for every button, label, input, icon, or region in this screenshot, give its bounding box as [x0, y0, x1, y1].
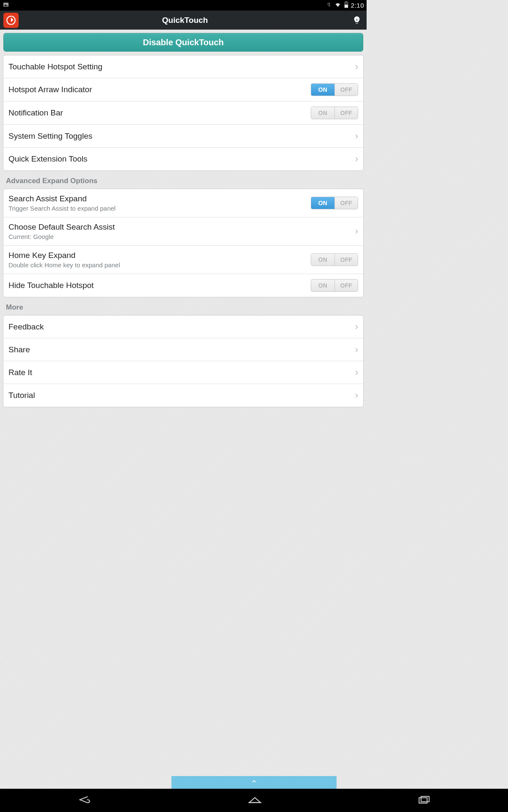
toggle-off-label: OFF [335, 254, 358, 266]
disable-quicktouch-button[interactable]: Disable QuickTouch [3, 33, 363, 52]
row-notification-bar[interactable]: Notification Bar ON OFF [3, 102, 363, 125]
row-rate-it[interactable]: Rate It › [3, 361, 363, 384]
settings-group-advanced: Search Assist Expand Trigger Search Assi… [3, 189, 364, 297]
app-action-bar: QuickTouch T [0, 11, 367, 30]
toggle-off-label: OFF [335, 197, 358, 209]
row-quick-extension-tools[interactable]: Quick Extension Tools › [3, 148, 363, 170]
row-subtitle: Double click Home key to expand panel [8, 261, 311, 269]
row-search-assist-expand[interactable]: Search Assist Expand Trigger Search Assi… [3, 189, 363, 217]
toggle-notification-bar[interactable]: ON OFF [311, 107, 358, 119]
settings-group-main: Touchable Hotspot Setting › Hotspot Arra… [3, 55, 364, 171]
android-status-bar: 2:10 [0, 0, 367, 11]
chevron-right-icon: › [351, 390, 358, 401]
row-title: Feedback [8, 322, 351, 332]
row-title: Quick Extension Tools [8, 154, 351, 164]
tip-button[interactable]: T [351, 15, 362, 26]
row-tutorial[interactable]: Tutorial › [3, 384, 363, 407]
row-subtitle: Current: Google [8, 233, 351, 240]
row-share[interactable]: Share › [3, 338, 363, 361]
page-title: QuickTouch [19, 16, 351, 25]
wifi-icon [334, 2, 342, 9]
row-home-key-expand[interactable]: Home Key Expand Double click Home key to… [3, 246, 363, 274]
toggle-on-label: ON [311, 280, 335, 291]
settings-group-more: Feedback › Share › Rate It › Tutorial › [3, 315, 364, 407]
row-system-setting-toggles[interactable]: System Setting Toggles › [3, 125, 363, 148]
section-header-advanced: Advanced Expand Options [0, 171, 367, 189]
chevron-right-icon: › [351, 344, 358, 355]
bluetooth-icon [326, 1, 331, 9]
battery-icon [344, 1, 348, 9]
row-subtitle: Trigger Search Assist to expand panel [8, 205, 311, 212]
row-title: Search Assist Expand [8, 194, 311, 203]
toggle-hotspot-arrow[interactable]: ON OFF [311, 83, 358, 96]
toggle-search-assist-expand[interactable]: ON OFF [311, 197, 358, 209]
toggle-home-key-expand[interactable]: ON OFF [311, 253, 358, 266]
row-title: System Setting Toggles [8, 132, 351, 141]
svg-rect-4 [345, 5, 348, 8]
chevron-right-icon: › [351, 154, 358, 165]
row-hide-touchable-hotspot[interactable]: Hide Touchable Hotspot ON OFF [3, 274, 363, 297]
chevron-right-icon: › [351, 367, 358, 378]
toggle-on-label: ON [311, 254, 335, 266]
svg-text:T: T [356, 18, 358, 22]
chevron-right-icon: › [351, 61, 358, 72]
toggle-on-label: ON [311, 84, 335, 96]
chevron-right-icon: › [351, 321, 358, 332]
row-hotspot-arrow-indicator[interactable]: Hotspot Arraw Indicator ON OFF [3, 78, 363, 102]
app-icon[interactable] [3, 13, 19, 28]
row-title: Notification Bar [8, 108, 311, 118]
toggle-off-label: OFF [335, 280, 358, 291]
row-title: Hide Touchable Hotspot [8, 281, 311, 290]
section-header-more: More [0, 297, 367, 315]
chevron-right-icon: › [351, 131, 358, 142]
row-feedback[interactable]: Feedback › [3, 315, 363, 338]
row-title: Touchable Hotspot Setting [8, 62, 351, 71]
toggle-hide-hotspot[interactable]: ON OFF [311, 279, 358, 292]
row-touchable-hotspot-setting[interactable]: Touchable Hotspot Setting › [3, 55, 363, 78]
status-clock: 2:10 [351, 2, 364, 9]
disable-button-label: Disable QuickTouch [143, 38, 224, 47]
toggle-off-label: OFF [335, 107, 358, 119]
toggle-off-label: OFF [335, 84, 358, 96]
svg-rect-3 [345, 1, 347, 2]
toggle-on-label: ON [311, 197, 335, 209]
picture-icon [3, 1, 9, 9]
row-title: Share [8, 345, 351, 354]
row-choose-default-search[interactable]: Choose Default Search Assist Current: Go… [3, 217, 363, 246]
toggle-on-label: ON [311, 107, 335, 119]
row-title: Home Key Expand [8, 251, 311, 260]
row-title: Rate It [8, 368, 351, 377]
row-title: Choose Default Search Assist [8, 222, 351, 232]
row-title: Hotspot Arraw Indicator [8, 85, 311, 94]
chevron-right-icon: › [351, 226, 358, 237]
row-title: Tutorial [8, 391, 351, 400]
